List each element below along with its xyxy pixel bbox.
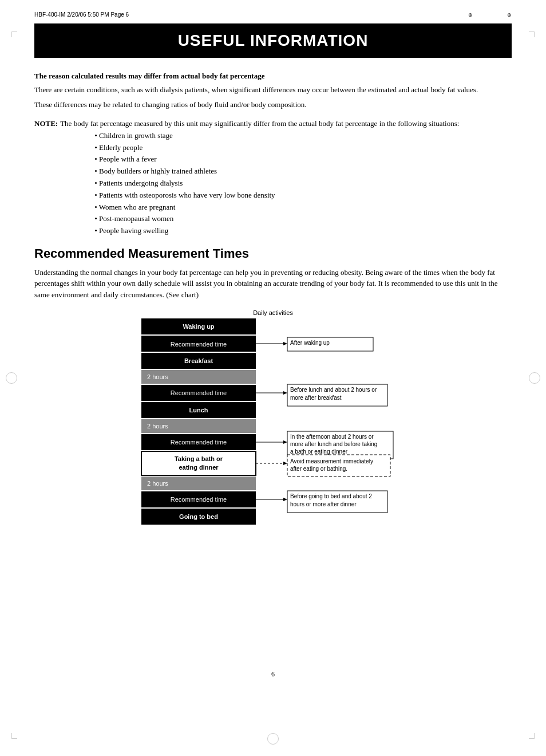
- bottom-registration-circle: [267, 733, 279, 745]
- corner-mark-tr: [529, 32, 535, 37]
- list-item: Elderly people: [94, 142, 512, 154]
- svg-text:after eating or bathing.: after eating or bathing.: [290, 466, 347, 472]
- right-registration-circle: [529, 372, 540, 384]
- svg-text:Avoid measurement immediately: Avoid measurement immediately: [290, 458, 373, 464]
- corner-mark-br: [529, 733, 535, 739]
- list-item: Patients with osteoporosis who have very…: [94, 190, 512, 202]
- svg-text:more after lunch and before ta: more after lunch and before taking: [290, 441, 377, 447]
- svg-text:more after breakfast: more after breakfast: [290, 395, 342, 401]
- svg-marker-15: [283, 391, 287, 395]
- list-item: Body builders or highly trained athletes: [94, 166, 512, 178]
- note-label: NOTE:: [34, 118, 58, 237]
- svg-text:In the afternoon about 2 hours: In the afternoon about 2 hours or: [290, 434, 374, 440]
- file-header: HBF-400-IM 2/20/06 5:50 PM Page 6 ⊕ ⊕: [34, 11, 512, 18]
- svg-text:Breakfast: Breakfast: [184, 357, 213, 364]
- note-text: The body fat percentage measured by this…: [60, 119, 459, 128]
- svg-text:After waking up: After waking up: [290, 340, 330, 346]
- section1-paragraph2: These differences may be related to chan…: [34, 99, 512, 111]
- svg-text:Lunch: Lunch: [189, 407, 208, 414]
- svg-text:Recommended time: Recommended time: [171, 439, 227, 446]
- svg-text:Taking a bath or: Taking a bath or: [175, 455, 223, 462]
- section1-heading: The reason calculated results may differ…: [34, 72, 512, 81]
- file-header-text: HBF-400-IM 2/20/06 5:50 PM Page 6: [34, 11, 129, 18]
- svg-text:hours or more after dinner: hours or more after dinner: [290, 501, 357, 507]
- svg-text:Going to bed: Going to bed: [179, 513, 218, 520]
- note-block: NOTE: The body fat percentage measured b…: [34, 118, 512, 237]
- svg-text:2 hours: 2 hours: [147, 423, 168, 430]
- page-title: USEFUL INFORMATION: [34, 23, 512, 58]
- svg-text:Recommended time: Recommended time: [171, 496, 227, 503]
- list-item: People having swelling: [94, 225, 512, 237]
- svg-text:Recommended time: Recommended time: [171, 389, 227, 396]
- left-registration-circle: [6, 372, 17, 384]
- svg-marker-26: [283, 440, 287, 444]
- svg-marker-5: [283, 342, 287, 345]
- rmt-paragraph: Understanding the normal changes in your…: [34, 267, 512, 301]
- list-item: Patients undergoing dialysis: [94, 178, 512, 190]
- chart-wrapper: Daily activities Waking up Recommended t…: [136, 309, 410, 653]
- corner-mark-bl: [11, 733, 17, 739]
- list-item: Children in growth stage: [94, 130, 512, 142]
- list-item: Post-menopausal women: [94, 213, 512, 225]
- rmt-heading: Recommended Measurement Times: [34, 246, 512, 261]
- section1-paragraph1: There are certain conditions, such as wi…: [34, 84, 512, 96]
- svg-text:Before lunch and about 2 hours: Before lunch and about 2 hours or: [290, 387, 377, 393]
- chart-svg: Waking up Recommended time After waking …: [136, 318, 410, 651]
- list-item: People with a fever: [94, 153, 512, 166]
- svg-text:Before going to bed and about : Before going to bed and about 2: [290, 493, 372, 499]
- svg-marker-44: [283, 498, 287, 501]
- svg-text:2 hours: 2 hours: [147, 373, 168, 380]
- svg-text:a bath or eating dinner: a bath or eating dinner: [290, 448, 348, 455]
- chart-container: Daily activities Waking up Recommended t…: [34, 309, 512, 653]
- chart-title: Daily activities: [136, 309, 410, 316]
- note-content: The body fat percentage measured by this…: [60, 118, 512, 237]
- svg-text:Waking up: Waking up: [183, 323, 214, 330]
- svg-text:2 hours: 2 hours: [147, 480, 168, 487]
- corner-mark-tl: [11, 32, 17, 37]
- svg-text:Recommended time: Recommended time: [171, 341, 227, 348]
- svg-marker-35: [283, 462, 287, 465]
- svg-text:eating dinner: eating dinner: [179, 464, 219, 471]
- list-item: Women who are pregnant: [94, 202, 512, 214]
- bullet-list: Children in growth stage Elderly people …: [94, 130, 512, 237]
- page-number: 6: [34, 670, 512, 679]
